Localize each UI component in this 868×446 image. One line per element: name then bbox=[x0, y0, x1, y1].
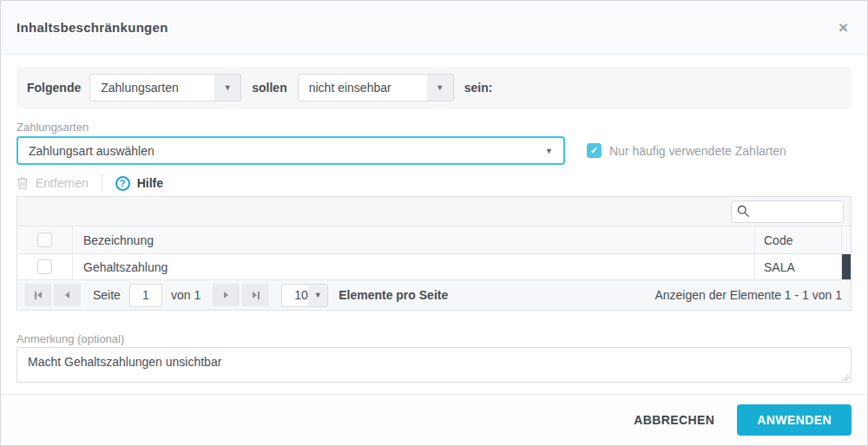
chevron-down-icon[interactable]: ▼ bbox=[214, 75, 240, 101]
frequent-payment-types-checkbox[interactable]: ✓ bbox=[587, 143, 602, 158]
row-name-cell: Gehaltszahlung bbox=[73, 254, 755, 279]
criteria-suffix-label: sein: bbox=[464, 81, 493, 95]
chevron-down-icon[interactable]: ▼ bbox=[427, 75, 453, 101]
payment-types-grid: Bezeichnung Code Gehaltszahlung SALA bbox=[16, 196, 852, 311]
grid-header-scrollbar-spacer bbox=[842, 226, 851, 253]
visibility-dropdown[interactable]: nicht einsehbar ▼ bbox=[298, 74, 454, 102]
grid-scrollbar-thumb[interactable] bbox=[842, 254, 851, 279]
visibility-value: nicht einsehbar bbox=[299, 81, 427, 95]
chevron-down-icon[interactable]: ▼ bbox=[545, 147, 553, 155]
note-label: Anmerkung (optional) bbox=[16, 332, 852, 345]
select-all-checkbox[interactable] bbox=[37, 233, 52, 247]
grid-pager: Seite von 1 10 ▼ Elemente pro Seite Anze… bbox=[17, 279, 851, 310]
chevron-down-icon[interactable]: ▼ bbox=[308, 285, 327, 306]
search-icon bbox=[737, 205, 750, 218]
grid-header-code[interactable]: Code bbox=[755, 226, 842, 253]
payment-picker-row: Zahlungsart auswählen ▼ ✓ Nur häufig ver… bbox=[16, 136, 852, 165]
remove-button-label: Entfernen bbox=[36, 176, 89, 190]
grid-toolbar bbox=[17, 197, 851, 226]
frequent-payment-types-toggle[interactable]: ✓ Nur häufig verwendete Zahlarten bbox=[587, 143, 786, 158]
page-word-label: Seite bbox=[93, 288, 121, 302]
check-icon: ✓ bbox=[590, 145, 598, 156]
payment-type-combobox-value: Zahlungsart auswählen bbox=[29, 144, 545, 158]
cancel-button[interactable]: ABBRECHEN bbox=[634, 413, 714, 427]
grid-search-input[interactable] bbox=[754, 205, 838, 218]
restriction-type-dropdown[interactable]: Zahlungsarten ▼ bbox=[89, 74, 241, 102]
dialog-content: Folgende Zahlungsarten ▼ sollen nicht ei… bbox=[1, 55, 867, 394]
grid-scrollbar-track[interactable] bbox=[842, 254, 851, 279]
page-size-dropdown[interactable]: 10 ▼ bbox=[281, 284, 328, 307]
prev-page-button[interactable] bbox=[54, 284, 81, 306]
criteria-band: Folgende Zahlungsarten ▼ sollen nicht ei… bbox=[16, 67, 852, 108]
help-button-label: Hilfe bbox=[137, 176, 163, 190]
dialog-titlebar: Inhaltsbeschränkungen × bbox=[1, 1, 867, 55]
help-button[interactable]: ? Hilfe bbox=[115, 176, 163, 191]
apply-button[interactable]: ANWENDEN bbox=[737, 404, 852, 436]
payment-types-label: Zahlungsarten bbox=[16, 121, 852, 134]
row-checkbox-cell bbox=[17, 254, 73, 279]
trash-icon bbox=[16, 176, 29, 190]
next-page-icon bbox=[224, 292, 228, 298]
criteria-prefix-label: Folgende bbox=[27, 81, 81, 95]
restriction-type-value: Zahlungsarten bbox=[90, 81, 214, 95]
dialog-title: Inhaltsbeschränkungen bbox=[16, 20, 168, 35]
toolbar-separator bbox=[102, 174, 102, 192]
frequent-payment-types-label: Nur häufig verwendete Zahlarten bbox=[609, 144, 786, 158]
grid-header-name[interactable]: Bezeichnung bbox=[73, 226, 755, 253]
note-field-wrap: Macht Gehaltszahlungen unsichtbar bbox=[16, 347, 852, 386]
remove-button[interactable]: Entfernen bbox=[16, 176, 89, 190]
note-textarea[interactable]: Macht Gehaltszahlungen unsichtbar bbox=[16, 347, 852, 383]
page-number-input[interactable] bbox=[129, 284, 162, 307]
page-size-value: 10 bbox=[282, 288, 308, 302]
first-page-icon bbox=[35, 292, 36, 299]
criteria-verb-label: sollen bbox=[252, 81, 286, 95]
content-restrictions-dialog: Inhaltsbeschränkungen × Folgende Zahlung… bbox=[0, 0, 868, 446]
page-of-label: von 1 bbox=[171, 288, 201, 302]
help-icon: ? bbox=[115, 176, 130, 191]
page-size-label: Elemente pro Seite bbox=[339, 288, 448, 302]
grid-header-checkbox-cell bbox=[17, 226, 73, 253]
first-page-button[interactable] bbox=[24, 284, 51, 306]
dialog-footer: ABBRECHEN ANWENDEN bbox=[1, 394, 867, 445]
prev-page-icon bbox=[65, 292, 69, 298]
grid-search-box[interactable] bbox=[731, 200, 844, 223]
pager-info: Anzeigen der Elemente 1 - 1 von 1 bbox=[654, 288, 844, 302]
last-page-icon bbox=[253, 292, 257, 298]
grid-header-row: Bezeichnung Code bbox=[17, 226, 851, 254]
last-page-button[interactable] bbox=[242, 284, 269, 306]
close-icon[interactable]: × bbox=[838, 19, 848, 36]
pager-forward-group bbox=[213, 284, 269, 306]
list-toolbar: Entfernen ? Hilfe bbox=[16, 172, 852, 194]
row-checkbox[interactable] bbox=[37, 259, 52, 274]
table-row[interactable]: Gehaltszahlung SALA bbox=[17, 254, 851, 279]
next-page-button[interactable] bbox=[213, 284, 240, 306]
row-code-cell: SALA bbox=[755, 254, 842, 279]
payment-type-combobox[interactable]: Zahlungsart auswählen ▼ bbox=[16, 136, 565, 165]
resize-grip-icon[interactable] bbox=[841, 373, 849, 381]
